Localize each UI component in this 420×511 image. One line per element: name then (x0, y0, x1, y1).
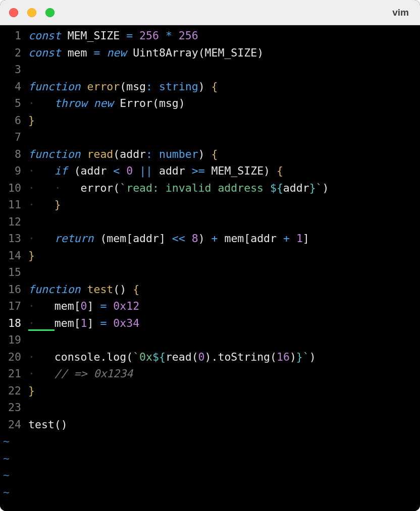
token-ident: msg (126, 80, 146, 93)
token-ident: mem (107, 232, 126, 245)
token-class: Uint8Array (133, 46, 198, 59)
token-kw: function (28, 283, 81, 296)
token-num: 0 (81, 300, 87, 312)
token-brace: } (28, 114, 35, 127)
code-line[interactable]: 6} (0, 112, 420, 129)
line-number: 17 (0, 298, 28, 315)
token-punc: ] (87, 317, 94, 329)
token-kw: if (55, 164, 68, 177)
token-ident: addr (133, 232, 159, 245)
token-ident (133, 164, 139, 177)
code-line[interactable]: 4function error(msg: string) { (0, 78, 420, 95)
token-ident (172, 29, 179, 42)
code-line[interactable]: 20· console.log(`0x${read(0).toString(16… (0, 349, 420, 366)
token-punc: ] (303, 232, 309, 245)
tilde-icon: ~ (0, 450, 28, 467)
token-op: = (126, 29, 133, 42)
close-icon[interactable] (9, 8, 18, 17)
code-line[interactable]: 15 (0, 264, 420, 281)
minimize-icon[interactable] (27, 8, 36, 17)
code-content: · return (mem[addr] << 8) + mem[addr + 1… (28, 230, 309, 247)
code-content: } (28, 382, 35, 400)
token-ident (205, 232, 212, 245)
indent-guide: · (28, 164, 55, 177)
code-line[interactable]: 22} (0, 382, 420, 400)
code-line[interactable]: 7 (0, 129, 420, 146)
code-line[interactable]: 23 (0, 399, 420, 416)
token-num: 256 (139, 29, 159, 42)
token-ident: mem (218, 232, 244, 245)
token-ident: mem (55, 300, 74, 312)
token-interpvar: read (166, 351, 192, 363)
token-op: + (283, 232, 290, 245)
token-punc: ( (100, 232, 107, 245)
titlebar[interactable]: vim (0, 0, 420, 25)
zoom-icon[interactable] (45, 8, 55, 17)
token-ident: msg (159, 97, 179, 109)
code-line[interactable]: 13· return (mem[addr] << 8) + mem[addr +… (0, 230, 420, 247)
token-punc: ) (179, 97, 185, 109)
token-str: `read: invalid address (120, 182, 270, 194)
line-number: 16 (0, 281, 28, 298)
token-num: 256 (179, 29, 198, 42)
token-punc: [ (244, 232, 250, 245)
code-line[interactable]: 11· } (0, 196, 420, 213)
code-line[interactable]: 17· mem[0] = 0x12 (0, 298, 420, 315)
token-ident (81, 148, 87, 160)
token-kw: return (55, 232, 94, 245)
code-line[interactable]: 18· mem[1] = 0x34 (0, 315, 420, 332)
token-punc: [ (74, 300, 81, 312)
token-ident (159, 29, 166, 42)
code-line[interactable]: 10· · error(`read: invalid address ${add… (0, 180, 420, 197)
code-line[interactable]: 14} (0, 247, 420, 264)
token-brace: { (212, 148, 218, 160)
code-content: · // => 0x1234 (28, 365, 133, 382)
token-punc: ) (198, 148, 205, 160)
code-line[interactable]: 12 (0, 213, 420, 231)
token-kw: throw (55, 97, 87, 109)
token-op: < (113, 164, 120, 177)
code-line[interactable]: 5· throw new Error(msg) (0, 95, 420, 112)
code-line[interactable]: 1const MEM_SIZE = 256 * 256 (0, 27, 420, 44)
token-punc: ( (192, 351, 198, 363)
line-number: 8 (0, 146, 28, 163)
token-ident (205, 80, 212, 93)
code-line[interactable]: 21· // => 0x1234 (0, 365, 420, 382)
code-line[interactable]: 8function read(addr: number) { (0, 146, 420, 163)
empty-line-tilde: ~ (0, 433, 420, 450)
code-line[interactable]: 9· if (addr < 0 || addr >= MEM_SIZE) { (0, 162, 420, 180)
token-ident (113, 97, 120, 109)
tilde-icon: ~ (0, 467, 28, 484)
line-number: 15 (0, 264, 28, 281)
code-line[interactable]: 16function test() { (0, 281, 420, 298)
token-punc: [ (126, 232, 133, 245)
token-kw: function (28, 80, 81, 93)
indent-guide: · (55, 182, 81, 194)
token-interp: } (296, 351, 303, 363)
line-number: 18 (0, 315, 28, 332)
token-punc: ( (270, 351, 277, 363)
line-number: 20 (0, 349, 28, 366)
token-kw: new (93, 97, 113, 109)
token-call: log (107, 351, 126, 363)
code-line[interactable]: 3 (0, 61, 420, 78)
token-ident (166, 232, 172, 245)
code-content: const mem = new Uint8Array(MEM_SIZE) (28, 44, 264, 62)
token-ident (126, 283, 133, 296)
code-content: function test() { (28, 281, 139, 298)
code-line[interactable]: 24test() (0, 416, 420, 433)
terminal-window: vim 1const MEM_SIZE = 256 * 2562const me… (0, 0, 420, 511)
editor-area[interactable]: 1const MEM_SIZE = 256 * 2562const mem = … (0, 25, 420, 511)
code-content: } (28, 247, 35, 264)
token-num: 0x34 (113, 317, 139, 329)
token-punc: ] (159, 232, 166, 245)
line-number: 19 (0, 331, 28, 349)
line-number: 21 (0, 365, 28, 382)
token-interp: } (309, 182, 316, 194)
code-line[interactable]: 2const mem = new Uint8Array(MEM_SIZE) (0, 44, 420, 62)
code-line[interactable]: 19 (0, 331, 420, 349)
token-kw: const (28, 46, 61, 59)
token-punc: . (212, 351, 218, 363)
token-call: test (28, 418, 55, 431)
token-ident: addr (250, 232, 283, 245)
